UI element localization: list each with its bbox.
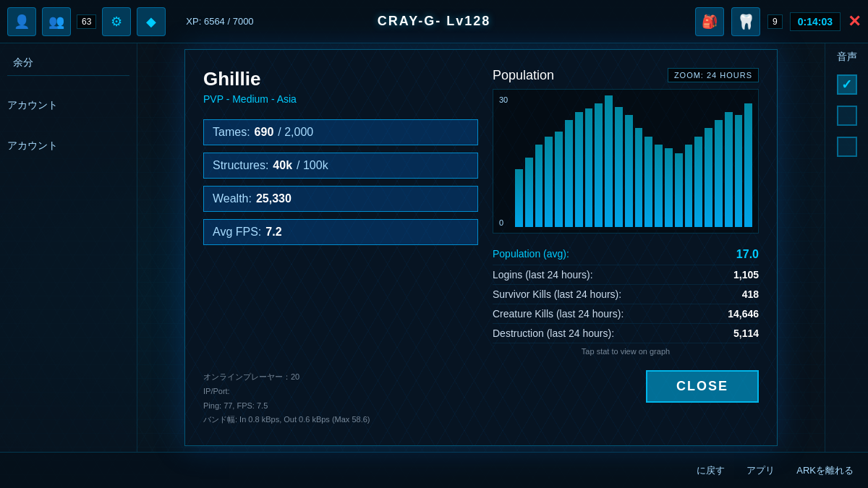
modal-footer: オンラインプレーヤー：20 IP/Port: Ping: 77, FPS: 7.… [203,370,759,427]
tames-label: Tames: [213,126,250,139]
header-bar: 👤 👥 63 ⚙ ◆ XP: 6564 / 7000 CRAY-G- Lv128… [0,0,868,43]
wealth-value: 25,330 [256,192,292,205]
player-icon[interactable]: 👤 [7,7,36,36]
friends-icon[interactable]: 👥 [42,7,71,36]
checkbox-2[interactable] [837,106,857,126]
stats-row[interactable]: Destruction (last 24 hours):5,114 [493,324,759,343]
chart-bar [655,145,663,227]
stats-row-value: 1,105 [733,269,759,281]
player-count-badge: 63 [77,14,96,29]
server-name: Ghillie [203,68,478,90]
stats-table: Population (avg):17.0Logins (last 24 hou… [493,244,759,343]
chart-bar [705,128,712,227]
stats-row-label: Destruction (last 24 hours): [493,328,614,339]
header-left: 👤 👥 63 ⚙ ◆ XP: 6564 / 7000 [7,7,254,36]
stats-hint: Tap stat to view on graph [493,347,759,356]
structures-label: Structures: [213,159,268,172]
chart-bar [525,158,533,227]
server-info-block: オンラインプレーヤー：20 IP/Port: Ping: 77, FPS: 7.… [203,370,370,427]
modal-content: Ghillie PVP - Medium - Asia Tames: 690 /… [203,68,759,356]
structures-value: 40k [273,159,292,172]
population-title: Population [493,68,554,83]
chart-bar [635,128,643,227]
wealth-stat-box[interactable]: Wealth: 25,330 [203,186,478,212]
chart-bar [694,137,702,227]
chart-bar [675,153,683,227]
stats-row[interactable]: Logins (last 24 hours):1,105 [493,265,759,285]
chart-y-top-label: 30 [499,95,508,104]
server-info-modal: Ghillie PVP - Medium - Asia Tames: 690 /… [184,49,778,446]
tames-value: 690 [255,126,274,139]
population-chart[interactable]: 30 0 [493,89,759,234]
timer-display: 0:14:03 [790,12,841,31]
tames-max: / 2,000 [278,126,313,139]
xp-display: XP: 6564 / 7000 [186,16,253,27]
chart-bar [725,112,733,227]
sidebar-extra-label: 余分 [7,51,129,76]
tames-stat-box[interactable]: Tames: 690 / 2,000 [203,119,478,145]
close-button[interactable]: CLOSE [646,370,759,403]
back-button[interactable]: に戻す [697,464,725,477]
online-players-text: オンラインプレーヤー：20 [203,370,370,385]
server-title: CRAY-G- Lv128 [378,14,490,29]
stats-row-value: 14,646 [728,308,759,320]
stats-row-label: Creature Kills (last 24 hours): [493,308,624,320]
sidebar-account-section1: アカウント [7,99,129,116]
modal-overlay: Ghillie PVP - Medium - Asia Tames: 690 /… [137,43,825,452]
chart-y-bottom-label: 0 [499,218,503,227]
fps-label: Avg FPS: [213,226,261,239]
chart-bar [644,137,652,227]
sidebar-account-label1[interactable]: アカウント [7,99,129,112]
stats-row-value: 17.0 [736,248,759,261]
stats-row-label: Population (avg): [493,248,569,261]
stats-row-label: Logins (last 24 hours): [493,269,593,281]
chart-bar [535,145,543,227]
header-right: 🎒 🦷 9 0:14:03 ✕ [695,7,861,36]
item-count-badge: 9 [767,14,783,29]
chart-bar [625,115,633,227]
stats-row-value: 5,114 [733,328,759,339]
stats-row[interactable]: Population (avg):17.0 [493,244,759,265]
checkmark-icon: ✓ [841,77,852,93]
server-type: PVP - Medium - Asia [203,93,478,105]
chart-bar [585,108,593,227]
app-button[interactable]: アプリ [746,464,775,477]
chart-bar [744,103,752,227]
chart-bars [515,95,752,227]
chart-bar [515,169,523,227]
sidebar-left: 余分 アカウント アカウント [0,43,137,452]
creature-icon[interactable]: 🦷 [731,7,760,36]
checkbox-3[interactable] [837,137,857,157]
chart-bar [545,137,553,227]
modal-right-panel: Population ZOOM: 24 HOURS 30 0 Populatio… [493,68,759,356]
chart-bar [595,103,603,227]
checkbox-1[interactable]: ✓ [837,74,857,95]
structures-stat-box[interactable]: Structures: 40k / 100k [203,153,478,179]
stats-row-value: 418 [742,288,759,300]
chart-bar [715,120,723,227]
stats-row-label: Survivor Kills (last 24 hours): [493,288,621,300]
sidebar-account-label2[interactable]: アカウント [7,140,129,153]
stats-row[interactable]: Creature Kills (last 24 hours):14,646 [493,304,759,324]
chart-bar [605,95,613,227]
bandwidth-text: バンド幅: In 0.8 kBps, Out 0.6 kBps (Max 58.… [203,413,370,427]
zoom-badge[interactable]: ZOOM: 24 HOURS [668,68,759,82]
population-header: Population ZOOM: 24 HOURS [493,68,759,83]
diamond-icon[interactable]: ◆ [137,7,166,36]
quit-button[interactable]: ARKを離れる [796,464,854,477]
settings-icon[interactable]: ⚙ [102,7,131,36]
stats-row[interactable]: Survivor Kills (last 24 hours):418 [493,285,759,304]
inventory-icon[interactable]: 🎒 [695,7,724,36]
audio-label: 音声 [837,51,857,64]
ip-port-text: IP/Port: [203,385,370,399]
sidebar-account-section2: アカウント [7,140,129,157]
chart-bar [565,120,573,227]
chart-bar [575,112,583,227]
chart-bar [735,115,743,227]
chart-bar [685,145,693,227]
header-close-button[interactable]: ✕ [848,12,861,31]
chart-bar [615,107,623,227]
structures-max: / 100k [297,159,328,172]
sidebar-right: 音声 ✓ [825,43,868,452]
fps-stat-box[interactable]: Avg FPS: 7.2 [203,219,478,245]
